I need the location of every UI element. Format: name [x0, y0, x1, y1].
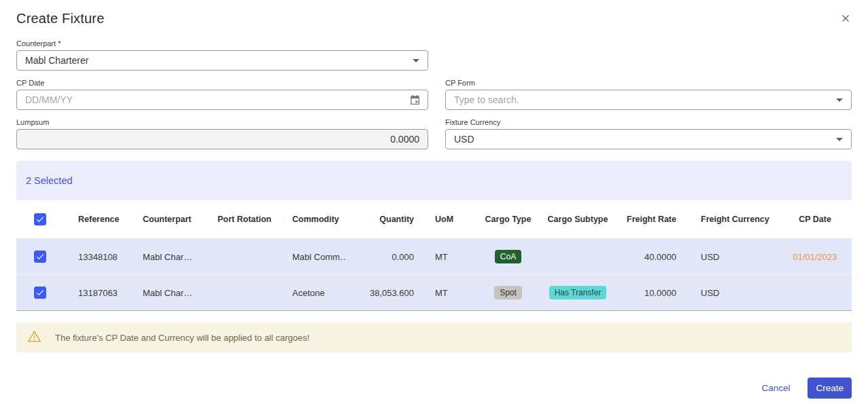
lumpsum-value: 0.0000 — [390, 134, 419, 145]
chevron-down-icon — [836, 138, 843, 141]
warning-icon — [27, 329, 41, 346]
column-header-uom: UoM — [421, 215, 476, 224]
select-all-checkbox[interactable] — [34, 213, 46, 225]
cancel-button[interactable]: Cancel — [759, 379, 793, 397]
table-header-row: Reference Counterpart Port Rotation Comm… — [16, 200, 852, 239]
cargo-subtype-badge: Has Transfer — [549, 286, 607, 299]
cell-counterpart: Mabl Char… — [143, 252, 218, 262]
counterpart-select[interactable]: Mabl Charterer — [16, 50, 428, 71]
fixture-currency-value: USD — [454, 134, 474, 145]
column-header-port-rotation: Port Rotation — [218, 215, 292, 224]
page-title: Create Fixture — [16, 11, 105, 26]
chevron-down-icon — [836, 98, 843, 102]
calendar-icon — [409, 98, 421, 108]
fixture-currency-label: Fixture Currency — [445, 118, 852, 126]
cp-date-input[interactable] — [16, 90, 428, 110]
cell-commodity: Mabl Comm… — [292, 252, 347, 262]
cp-date-label: CP Date — [16, 79, 428, 87]
lumpsum-label: Lumpsum — [16, 118, 428, 126]
column-header-counterpart: Counterpart — [143, 215, 218, 224]
cell-uom: MT — [421, 252, 476, 262]
dialog-actions: Cancel Create — [759, 378, 852, 399]
cp-form-select[interactable]: Type to search. — [445, 90, 852, 110]
cp-form-placeholder: Type to search. — [454, 94, 519, 105]
column-header-cp-date: CP Date — [778, 215, 852, 224]
cell-quantity: 0.000 — [347, 252, 421, 262]
row-checkbox[interactable] — [34, 251, 46, 263]
chevron-down-icon — [413, 59, 419, 62]
cargo-type-badge: CoA — [495, 250, 521, 263]
close-icon — [839, 16, 852, 26]
lumpsum-input: 0.0000 — [16, 129, 428, 149]
fixture-currency-field: Fixture Currency USD — [445, 118, 852, 149]
counterpart-value: Mabl Charterer — [25, 55, 88, 66]
column-header-cargo-subtype: Cargo Subtype — [540, 215, 615, 224]
counterpart-field: Counterpart * Mabl Charterer — [16, 39, 428, 71]
cp-form-field: CP Form Type to search. — [445, 79, 852, 110]
cell-freight-rate: 10.0000 — [615, 288, 683, 298]
cell-uom: MT — [421, 288, 476, 298]
warning-banner: The fixture's CP Date and Currency will … — [16, 323, 852, 352]
selected-count: 2 Selected — [26, 175, 73, 186]
table-row[interactable]: 13348108 Mabl Char… Mabl Comm… 0.000 MT … — [16, 239, 852, 275]
cell-counterpart: Mabl Char… — [143, 288, 218, 298]
create-fixture-dialog: Create Fixture Counterpart * Mabl Charte… — [0, 0, 868, 404]
dialog-header: Create Fixture — [16, 11, 852, 27]
cell-reference: 13187063 — [78, 288, 143, 298]
cp-date-field: CP Date — [16, 79, 428, 110]
cell-freight-rate: 40.0000 — [615, 252, 683, 262]
form-grid-spacer — [445, 39, 852, 71]
calendar-button[interactable] — [408, 93, 422, 107]
column-header-quantity: Quantity — [347, 215, 421, 224]
column-header-freight-currency: Freight Currency — [683, 215, 778, 224]
cell-freight-currency: USD — [683, 252, 778, 262]
cell-commodity: Acetone — [292, 288, 347, 298]
cell-cp-date: 01/01/2023 — [778, 252, 852, 262]
cargo-type-badge: Spot — [494, 286, 522, 299]
cargo-table: 2 Selected Reference Counterpart Port Ro… — [16, 161, 852, 311]
create-button[interactable]: Create — [808, 378, 852, 399]
row-checkbox[interactable] — [34, 287, 46, 299]
column-header-cargo-type: Cargo Type — [476, 215, 540, 224]
close-button[interactable] — [837, 10, 854, 27]
fixture-form: Counterpart * Mabl Charterer CP Date CP … — [16, 39, 852, 149]
fixture-currency-select[interactable]: USD — [445, 129, 852, 149]
column-header-commodity: Commodity — [292, 215, 347, 224]
column-header-reference: Reference — [78, 215, 143, 224]
cell-quantity: 38,053.600 — [347, 288, 421, 298]
cp-form-label: CP Form — [445, 79, 852, 87]
cell-freight-currency: USD — [683, 288, 778, 298]
cell-reference: 13348108 — [78, 252, 143, 262]
warning-message: The fixture's CP Date and Currency will … — [55, 333, 309, 343]
counterpart-label: Counterpart * — [16, 39, 428, 48]
selected-count-bar: 2 Selected — [16, 161, 852, 200]
table-row[interactable]: 13187063 Mabl Char… Acetone 38,053.600 M… — [16, 275, 852, 311]
lumpsum-field: Lumpsum 0.0000 — [16, 118, 428, 149]
column-header-freight-rate: Freight Rate — [615, 215, 683, 224]
